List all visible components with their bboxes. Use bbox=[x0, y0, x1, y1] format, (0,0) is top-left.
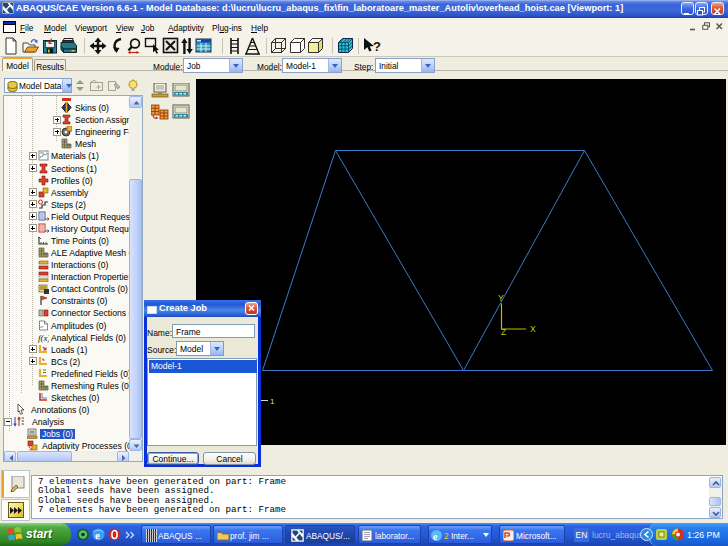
svg-text:X: X bbox=[530, 324, 536, 334]
svg-text:f(x): f(x) bbox=[38, 333, 49, 343]
svg-text:?: ? bbox=[373, 39, 381, 54]
svg-text:e: e bbox=[433, 531, 438, 542]
svg-text:Y: Y bbox=[498, 293, 504, 303]
svg-text:1: 1 bbox=[270, 397, 275, 406]
svg-text:Z: Z bbox=[501, 327, 506, 337]
